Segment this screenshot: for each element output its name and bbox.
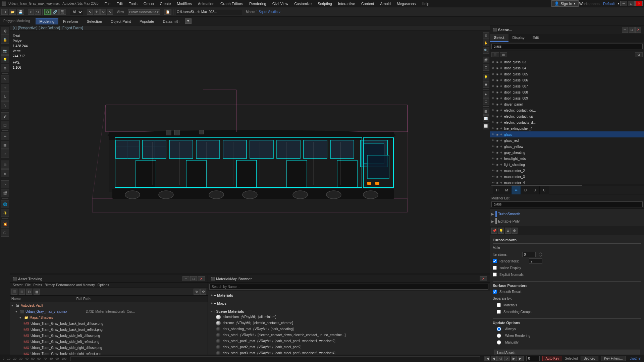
vpr-ortho-btn[interactable]: ⊡ <box>483 64 489 71</box>
close-button[interactable]: ✕ <box>635 1 643 6</box>
asset-row-5[interactable]: IMG Urban_Tram_Gray_body_side_left_diffu… <box>10 333 208 339</box>
asset-settings-btn[interactable]: ⚙ <box>200 289 206 295</box>
ts-always-radio[interactable] <box>497 327 501 331</box>
vpr-grid-btn[interactable]: ▦ <box>483 108 489 115</box>
asset-list-view-btn[interactable]: ☰ <box>11 289 17 295</box>
asset-row-4[interactable]: IMG Urban_Tram_Gray_body_back_front_refl… <box>10 326 208 333</box>
set-key-button[interactable]: Set Key <box>581 356 598 361</box>
ts-explicit-normals-checkbox[interactable] <box>493 273 497 277</box>
scene-item-manometer-4[interactable]: 👁◉❄ manometer_4 <box>490 180 644 184</box>
mode-overflow-btn[interactable]: ▾ <box>185 18 192 24</box>
mat-item-2[interactable]: dark_sheating_mat（VRayMtl）[dark_sheating… <box>215 326 487 332</box>
mod-pin-btn[interactable]: 📌 <box>491 228 497 234</box>
named-select-btn[interactable]: 📋 <box>164 9 171 15</box>
autokey-button[interactable]: Auto Key <box>542 356 562 361</box>
asset-menu-server[interactable]: Server <box>13 283 22 287</box>
vp-plus-label[interactable]: [+] <box>13 26 16 30</box>
asset-row-2[interactable]: ▾ 📁 Maps / Shaders <box>10 314 208 320</box>
menu-tools[interactable]: Tools <box>126 1 140 6</box>
vpr-quality-btn[interactable]: ⬡ <box>483 98 489 105</box>
save-button[interactable]: 💾 <box>17 9 24 15</box>
lt-schematic-tool[interactable]: ⊞ <box>1 161 9 169</box>
vpr-pan-btn[interactable]: ✋ <box>483 40 489 46</box>
menu-megascans[interactable]: Megascans <box>394 1 418 6</box>
ts-iterations-spinner[interactable]: ⬡ <box>538 252 542 257</box>
lt-helper-tool[interactable]: ⊕ <box>1 64 9 72</box>
ts-render-iters-input[interactable] <box>529 258 542 264</box>
menu-group[interactable]: Group <box>141 1 157 6</box>
lt-select-tool[interactable]: ↖ <box>1 75 9 83</box>
modifier-editable-poly[interactable]: ▶ Editable Poly <box>491 218 643 225</box>
lt-link-tool[interactable]: ⛓ <box>1 27 9 35</box>
menu-create[interactable]: Create <box>157 1 173 6</box>
key-filters-button[interactable]: Key Filters... <box>601 356 626 361</box>
tab-datasmith[interactable]: Datasmith <box>159 18 183 24</box>
lt-effects-tool[interactable]: ✨ <box>1 209 9 217</box>
mat-item-3[interactable]: dark_steel（VRayMtl）[electric_contact_dow… <box>215 332 487 338</box>
modifier-turbosmooth[interactable]: ▶ TurboSmooth <box>491 210 643 218</box>
menu-arnold[interactable]: Arnold <box>377 1 393 6</box>
vp-user-defined-label[interactable]: [User Defined] <box>39 26 60 30</box>
tab-object-paint[interactable]: Object Paint <box>107 18 135 24</box>
asset-detail-view-btn[interactable]: ▦ <box>34 289 40 295</box>
transport-to-start[interactable]: |◀ <box>484 356 490 361</box>
ts-manually-radio[interactable] <box>497 340 501 345</box>
scene-item-electric-contacts-d[interactable]: 👁◉❄ electric_contacts_d... <box>490 119 644 125</box>
tab-freeform[interactable]: Freeform <box>59 18 82 24</box>
mod-tab-motion[interactable]: M <box>502 186 512 195</box>
ts-smooth-result-checkbox[interactable] <box>493 290 497 294</box>
transport-play-back[interactable]: ◁ <box>497 356 503 361</box>
scene-item-glass[interactable]: 👁◉❄ glass <box>490 131 644 137</box>
scene-item-electric-contact-do[interactable]: 👁◉❄ electric_contact_do... <box>490 107 644 113</box>
signin-button[interactable]: 👤 Sign In ▾ <box>551 0 578 7</box>
material-close-btn[interactable]: ✕ <box>480 276 487 281</box>
scene-item-manometer-2[interactable]: 👁◉❄ manometer_2 <box>490 168 644 174</box>
mat-item-1[interactable]: chrome（VRayMtl）[electric_contacts_chrome… <box>215 320 487 326</box>
menu-help[interactable]: Help <box>419 1 432 6</box>
asset-close-btn[interactable]: ✕ <box>198 276 205 281</box>
menu-interactive[interactable]: Interactive <box>335 1 358 6</box>
snap-type-select[interactable]: All <box>70 9 83 15</box>
unlink-button[interactable]: ⛓ <box>59 9 66 15</box>
select-tool[interactable]: ↖ <box>87 9 93 15</box>
asset-menu-file[interactable]: File <box>25 283 31 287</box>
scene-item-driver-panel[interactable]: 👁◉❄ driver_panel <box>490 101 644 107</box>
transport-to-end[interactable]: ▶| <box>518 356 524 361</box>
asset-icon-view-btn[interactable]: ⊟ <box>26 289 32 295</box>
asset-row-3[interactable]: IMG Urban_Tram_Gray_body_back_front_diff… <box>10 320 208 326</box>
asset-row-0[interactable]: ▾ 🏛 Autodesk Vault <box>10 302 208 308</box>
scene-item-gray-sheating[interactable]: 👁◉❄ gray_sheating <box>490 149 644 156</box>
mod-light-bulb-btn[interactable]: 💡 <box>498 228 504 234</box>
ts-materials-checkbox[interactable] <box>497 303 501 307</box>
menu-content[interactable]: Content <box>359 1 377 6</box>
scene-item-door-glass-009[interactable]: 👁◉❄ door_glass_009 <box>490 95 644 101</box>
scene-item-glass-yellow[interactable]: 👁◉❄ glass_yellow <box>490 143 644 149</box>
ts-isoline-checkbox[interactable] <box>493 266 497 270</box>
lt-move-tool[interactable]: ✛ <box>1 84 9 92</box>
vpr-perspective-btn[interactable]: 🎬 <box>483 57 489 63</box>
mod-tab-utilities[interactable]: U <box>530 186 540 195</box>
vp-edged-faces-label[interactable]: [Edged Faces] <box>61 26 83 30</box>
mod-tab-modify[interactable]: ✏ <box>512 186 521 195</box>
link-button[interactable]: 🔗 <box>51 9 59 15</box>
scene-settings-btn[interactable]: ⚙ <box>635 52 643 57</box>
new-button[interactable]: 🗋 <box>1 9 8 15</box>
create-selection-btn[interactable]: Create Selection Se ▾ <box>128 9 161 15</box>
asset-menu-paths[interactable]: Paths <box>34 283 42 287</box>
path-input[interactable] <box>175 9 242 15</box>
scene-restore-btn[interactable]: □ <box>629 27 635 33</box>
max-button[interactable]: □ <box>628 1 635 6</box>
menu-file[interactable]: File <box>102 1 113 6</box>
modifier-search-input[interactable] <box>491 201 643 207</box>
mod-tab-create[interactable]: C <box>540 186 549 195</box>
vpr-select-btn[interactable]: ⊞ <box>483 32 489 39</box>
asset-row-1[interactable]: ▾ ⬛ Urban_Gray_max_vray.max D:\3D Molier… <box>10 308 208 314</box>
undo-button[interactable]: ↩ <box>28 9 34 15</box>
rotate-tool[interactable]: ↻ <box>100 9 106 15</box>
vp-perspective-label[interactable]: [Perspective] <box>18 26 37 30</box>
scene-item-fire-extinguisher-4[interactable]: 👁◉❄ fire_extinguisher_4 <box>490 125 644 131</box>
scene-item-door-glass-007[interactable]: 👁◉❄ door_glass_007 <box>490 83 644 89</box>
mod-tab-display[interactable]: D <box>521 186 530 195</box>
menu-edit[interactable]: Edit <box>114 1 125 6</box>
menu-modifiers[interactable]: Modifiers <box>174 1 195 6</box>
